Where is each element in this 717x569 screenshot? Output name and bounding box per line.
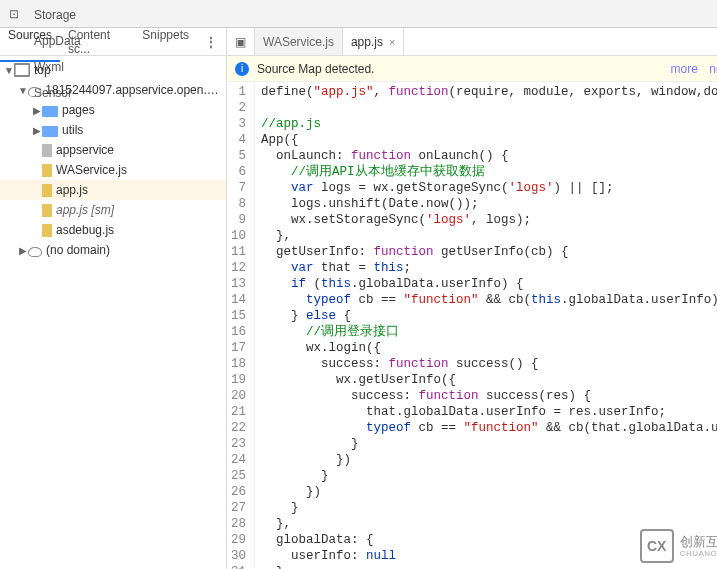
file-icon (42, 204, 52, 217)
expand-arrow-icon[interactable]: ▼ (18, 85, 28, 96)
tree-item-label: WAService.js (56, 163, 127, 177)
folder-icon (42, 106, 58, 117)
tree-file[interactable]: appservice (0, 140, 226, 160)
tree-folder[interactable]: ▶utils (0, 120, 226, 140)
tree-file[interactable]: app.js (0, 180, 226, 200)
more-icon[interactable]: ⋮ (197, 35, 226, 49)
info-icon: i (235, 62, 249, 76)
tree-item-label: (no domain) (46, 243, 110, 257)
file-tab-label: WAService.js (263, 35, 334, 49)
file-icon (42, 224, 52, 237)
code-editor[interactable]: 1234567891011121314151617181920212223242… (227, 82, 717, 569)
tree-root[interactable]: ▼top (0, 60, 226, 80)
tree-domain[interactable]: ▶(no domain) (0, 240, 226, 260)
file-icon (42, 164, 52, 177)
tree-file[interactable]: app.js [sm] (0, 200, 226, 220)
main-area: SourcesContent sc...Snippets ⋮ ▼top▼1815… (0, 28, 717, 569)
file-tab[interactable]: app.js× (343, 28, 404, 55)
navigator-toggle-icon[interactable]: ▣ (227, 28, 255, 55)
expand-arrow-icon[interactable]: ▶ (32, 105, 42, 116)
tree-folder[interactable]: ▶pages (0, 100, 226, 120)
frame-icon (14, 63, 30, 77)
cloud-icon (28, 247, 42, 257)
sourcemap-notice: i Source Map detected. more never show (227, 56, 717, 82)
tree-item-label: asdebug.js (56, 223, 114, 237)
file-tab[interactable]: WAService.js (255, 28, 343, 55)
expand-arrow-icon[interactable]: ▶ (18, 245, 28, 256)
expand-arrow-icon[interactable]: ▶ (32, 125, 42, 136)
cloud-icon (28, 87, 41, 97)
tree-item-label: app.js [sm] (56, 203, 114, 217)
file-tree[interactable]: ▼top▼1815244097.appservice.open.weix▶pag… (0, 56, 226, 569)
tree-domain[interactable]: ▼1815244097.appservice.open.weix (0, 80, 226, 100)
watermark-subtext: CHUANG XIN HU LIAN (680, 549, 717, 558)
tree-file[interactable]: asdebug.js (0, 220, 226, 240)
watermark: CX 创新互联 CHUANG XIN HU LIAN (640, 529, 717, 563)
close-icon[interactable]: × (389, 36, 395, 48)
tree-item-label: appservice (56, 143, 114, 157)
file-icon (42, 144, 52, 157)
expand-arrow-icon[interactable]: ▼ (4, 65, 14, 76)
tree-item-label: utils (62, 123, 83, 137)
tree-item-label: app.js (56, 183, 88, 197)
watermark-logo: CX (640, 529, 674, 563)
tree-item-label: 1815244097.appservice.open.weix (45, 83, 222, 97)
sidebar-tabs: SourcesContent sc...Snippets ⋮ (0, 28, 226, 56)
notice-link-more[interactable]: more (671, 62, 698, 76)
line-gutter: 1234567891011121314151617181920212223242… (227, 82, 255, 569)
file-tabs: ▣ WAService.jsapp.js× (227, 28, 717, 56)
tree-file[interactable]: WAService.js (0, 160, 226, 180)
code-content[interactable]: define("app.js", function(require, modul… (255, 82, 717, 569)
dock-icon[interactable]: ⊡ (4, 7, 24, 21)
folder-icon (42, 126, 58, 137)
tree-item-label: top (34, 63, 51, 77)
notice-link-never[interactable]: never show (709, 62, 717, 76)
tree-item-label: pages (62, 103, 95, 117)
watermark-text: 创新互联 (680, 535, 717, 549)
file-icon (42, 184, 52, 197)
editor-pane: ▣ WAService.jsapp.js× i Source Map detec… (227, 28, 717, 569)
file-tab-label: app.js (351, 35, 383, 49)
notice-text: Source Map detected. (257, 62, 374, 76)
sources-sidebar: SourcesContent sc...Snippets ⋮ ▼top▼1815… (0, 28, 227, 569)
